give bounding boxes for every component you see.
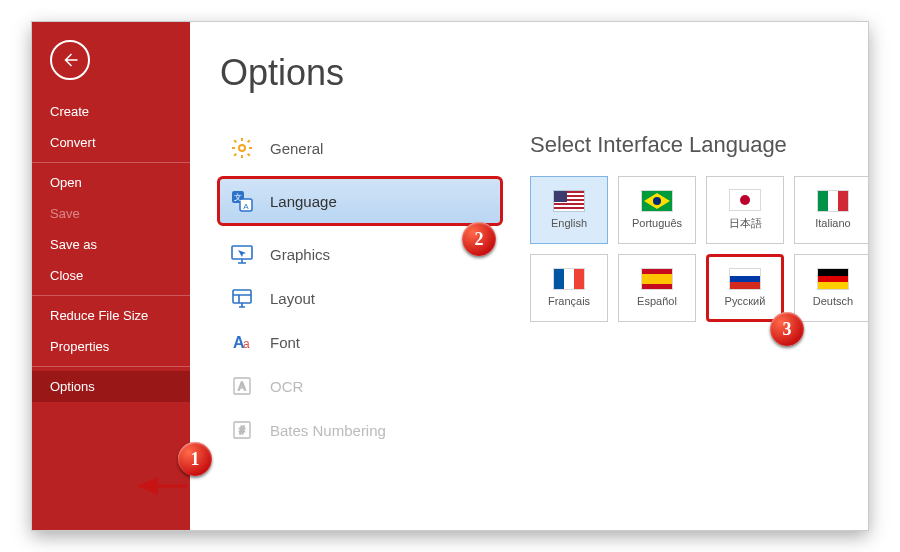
option-font[interactable]: Aa Font xyxy=(220,320,500,364)
lang-label: Français xyxy=(548,295,590,307)
options-list: General 文A Language Graphics Layout xyxy=(220,126,500,452)
option-graphics[interactable]: Graphics xyxy=(220,232,500,276)
lang-label: Português xyxy=(632,217,682,229)
svg-rect-38 xyxy=(818,282,848,289)
sidebar-item-save: Save xyxy=(32,198,190,229)
svg-rect-36 xyxy=(818,269,848,276)
svg-rect-6 xyxy=(233,290,251,303)
annotation-badge-1: 1 xyxy=(178,442,212,476)
flag-icon-jp xyxy=(730,190,760,210)
svg-rect-37 xyxy=(818,276,848,282)
option-bates: # Bates Numbering xyxy=(220,408,500,452)
sidebar-item-close[interactable]: Close xyxy=(32,260,190,291)
svg-rect-26 xyxy=(828,191,838,211)
svg-text:#: # xyxy=(239,425,245,436)
option-layout[interactable]: Layout xyxy=(220,276,500,320)
svg-rect-18 xyxy=(554,209,584,211)
svg-point-24 xyxy=(740,195,750,205)
option-label: Language xyxy=(270,193,337,210)
svg-text:A: A xyxy=(238,380,246,392)
translate-icon: 文A xyxy=(230,189,254,213)
option-label: Graphics xyxy=(270,246,330,263)
svg-rect-34 xyxy=(730,276,760,282)
svg-rect-28 xyxy=(554,269,564,289)
lang-label: Русский xyxy=(725,295,766,307)
svg-point-22 xyxy=(653,197,661,205)
svg-text:a: a xyxy=(243,337,250,351)
stage: Create Convert Open Save Save as Close R… xyxy=(0,0,900,552)
option-label: General xyxy=(270,140,323,157)
language-pane: Select Interface Language English Portug… xyxy=(530,132,868,322)
lang-label: Deutsch xyxy=(813,295,853,307)
lang-label: 日本語 xyxy=(729,216,762,231)
font-icon: Aa xyxy=(230,330,254,354)
option-label: Layout xyxy=(270,290,315,307)
option-language[interactable]: 文A Language xyxy=(217,176,503,226)
cursor-monitor-icon xyxy=(230,242,254,266)
page-title: Options xyxy=(220,52,344,94)
language-pane-title: Select Interface Language xyxy=(530,132,868,158)
lang-tile-english[interactable]: English xyxy=(530,176,608,244)
lang-tile-russian[interactable]: Русский xyxy=(706,254,784,322)
option-label: Font xyxy=(270,334,300,351)
sidebar-menu: Create Convert Open Save Save as Close R… xyxy=(32,92,190,406)
language-grid: English Português 日本語 Italiano Français xyxy=(530,176,868,322)
svg-rect-29 xyxy=(564,269,574,289)
option-general[interactable]: General xyxy=(220,126,500,170)
flag-icon-us xyxy=(554,191,584,211)
annotation-arrow xyxy=(132,476,192,496)
flag-icon-it xyxy=(818,191,848,211)
svg-text:A: A xyxy=(243,202,249,211)
sidebar: Create Convert Open Save Save as Close R… xyxy=(32,22,190,530)
svg-rect-25 xyxy=(818,191,828,211)
svg-rect-35 xyxy=(730,282,760,289)
lang-tile-espanol[interactable]: Español xyxy=(618,254,696,322)
lang-tile-francais[interactable]: Français xyxy=(530,254,608,322)
annotation-badge-2: 2 xyxy=(462,222,496,256)
sidebar-item-open[interactable]: Open xyxy=(32,167,190,198)
flag-icon-fr xyxy=(554,269,584,289)
lang-tile-japanese[interactable]: 日本語 xyxy=(706,176,784,244)
layout-icon xyxy=(230,286,254,310)
flag-icon-de xyxy=(818,269,848,289)
svg-rect-30 xyxy=(574,269,584,289)
flag-icon-ru xyxy=(730,269,760,289)
flag-icon-br xyxy=(642,191,672,211)
svg-rect-19 xyxy=(554,191,567,202)
svg-rect-17 xyxy=(554,205,584,207)
back-button[interactable] xyxy=(50,40,90,80)
option-label: OCR xyxy=(270,378,303,395)
svg-rect-32 xyxy=(642,274,672,284)
sidebar-item-properties[interactable]: Properties xyxy=(32,331,190,362)
svg-rect-27 xyxy=(838,191,848,211)
bates-icon: # xyxy=(230,418,254,442)
sidebar-item-reduce-file-size[interactable]: Reduce File Size xyxy=(32,300,190,331)
flag-icon-es xyxy=(642,269,672,289)
option-label: Bates Numbering xyxy=(270,422,386,439)
app-window: Create Convert Open Save Save as Close R… xyxy=(32,22,868,530)
sidebar-item-convert[interactable]: Convert xyxy=(32,127,190,158)
main-pane: Options General 文A Language Graphics xyxy=(190,22,868,530)
option-ocr: A OCR xyxy=(220,364,500,408)
back-arrow-icon xyxy=(61,51,79,69)
ocr-icon: A xyxy=(230,374,254,398)
lang-label: Italiano xyxy=(815,217,850,229)
sidebar-item-options[interactable]: Options xyxy=(32,371,190,402)
gear-icon xyxy=(230,136,254,160)
lang-tile-portugues[interactable]: Português xyxy=(618,176,696,244)
svg-text:文: 文 xyxy=(234,193,242,202)
lang-tile-italiano[interactable]: Italiano xyxy=(794,176,868,244)
sidebar-item-create[interactable]: Create xyxy=(32,96,190,127)
lang-label: Español xyxy=(637,295,677,307)
lang-label: English xyxy=(551,217,587,229)
sidebar-item-save-as[interactable]: Save as xyxy=(32,229,190,260)
svg-point-0 xyxy=(239,145,245,151)
lang-tile-deutsch[interactable]: Deutsch xyxy=(794,254,868,322)
annotation-badge-3: 3 xyxy=(770,312,804,346)
